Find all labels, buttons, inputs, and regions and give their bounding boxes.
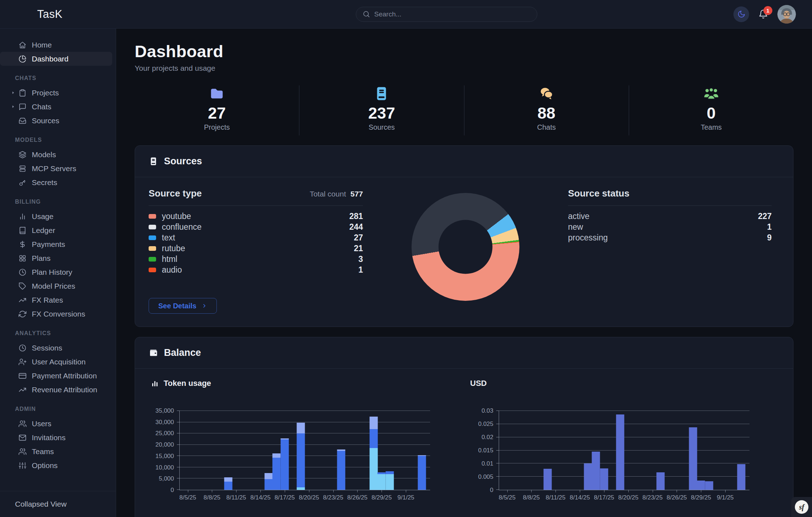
sidebar-item-label: FX Rates [32,296,63,304]
status-count: 227 [758,212,772,221]
x-tick-mark [580,490,580,492]
balance-card-title: Balance [164,347,201,358]
source-type-count: 281 [349,212,363,221]
x-tick-mark [212,490,212,492]
sidebar-item-label: Users [32,419,51,428]
total-count-value: 577 [350,190,363,198]
bar-8/10/25 [224,411,232,490]
notifications-button[interactable]: 1 [758,9,768,19]
bar-8/30/25 [705,411,713,490]
symfony-profiler-badge[interactable]: sf [795,500,808,514]
main-content: Dashboard Your projects and usage 27Proj… [116,29,812,517]
bar-8/16/25 [592,411,600,490]
notification-badge: 1 [763,6,772,15]
sidebar-item-fx-conversions[interactable]: FX Conversions [0,307,112,321]
status-name: new [568,222,583,232]
usd-chart-panel: USD 00.0050.010.0150.020.0250.03 8/5/258… [470,379,789,490]
caret-right-icon [11,90,15,95]
source-status-row-new: new1 [568,222,772,232]
sidebar-item-home[interactable]: Home [0,38,112,52]
y-tick-mark [496,450,499,451]
x-tick-mark [531,490,532,492]
sidebar-item-dashboard[interactable]: Dashboard [0,52,112,66]
tag-icon [19,282,26,290]
bar-segment [369,429,378,448]
bar-segment [689,427,697,490]
stat-label: Teams [701,123,722,131]
y-axis-tick-label: 0.015 [478,447,493,454]
bar-segment [543,469,552,490]
theme-toggle-button[interactable] [733,6,749,22]
sidebar-item-plans[interactable]: Plans [0,251,112,265]
x-axis-tick-label: 8/17/25 [594,494,614,501]
x-tick-mark [556,490,556,492]
bar-segment [280,439,289,490]
x-axis-tick-label: 8/8/25 [523,494,540,501]
sidebar-item-payment-attribution[interactable]: Payment Attribution [0,369,112,383]
source-type-name: audio [162,265,182,275]
sidebar-item-label: Invitations [32,433,66,442]
sidebar-item-plan-history[interactable]: Plan History [0,265,112,279]
sidebar-item-ledger[interactable]: Ledger [0,223,112,237]
user-plus-icon [19,358,26,366]
sidebar-item-user-acquisition[interactable]: User Acquisition [0,355,112,369]
user-avatar[interactable] [777,5,796,24]
balance-card: Balance Token usage 05,00010,00015,00020… [135,337,793,517]
refresh-icon [19,310,26,318]
legend-swatch [149,246,156,251]
sidebar-item-invitations[interactable]: Invitations [0,431,112,444]
message-icon [19,103,26,111]
sidebar-item-projects[interactable]: Projects [0,86,112,100]
bar-8/24/25 [657,411,665,490]
y-axis-tick-label: 0.01 [482,460,493,467]
status-count: 1 [767,222,772,232]
sidebar-item-model-prices[interactable]: Model Prices [0,279,112,293]
stat-teams: 0Teams [629,85,793,135]
y-tick-mark [496,463,499,463]
y-tick-mark [496,489,499,490]
x-tick-mark [236,490,236,492]
stat-value: 237 [368,104,395,123]
stat-chats: 88Chats [464,85,629,135]
sidebar-item-mcp-servers[interactable]: MCP Servers [0,161,112,175]
token-usage-chart-panel: Token usage 05,00010,00015,00020,00025,0… [151,379,470,490]
stat-sources: 237Sources [299,85,464,135]
sidebar-item-users[interactable]: Users [0,417,112,431]
bar-8/28/25 [689,411,697,490]
x-axis-tick-label: 8/23/25 [642,494,663,501]
search-bar[interactable] [356,7,537,22]
sidebar-item-chats[interactable]: Chats [0,100,112,114]
sliders-icon [19,462,26,469]
sidebar-item-label: Plans [32,254,51,263]
sidebar-item-fx-rates[interactable]: FX Rates [0,293,112,307]
stats-row: 27Projects237Sources88Chats0Teams [135,85,793,135]
status-name: processing [568,233,608,243]
sidebar-item-label: Usage [32,212,54,221]
source-type-row-confluence: confluence244 [149,222,363,232]
y-axis-tick-label: 35,000 [155,407,174,414]
see-details-button[interactable]: See Details [149,298,217,314]
bar-8/10/25 [543,411,552,490]
topbar-actions: 1 [733,5,796,24]
app-logo[interactable]: TasK [16,6,109,22]
clock-icon [19,268,26,276]
sidebar-item-payments[interactable]: Payments [0,237,112,251]
sidebar-item-usage[interactable]: Usage [0,209,112,223]
x-tick-mark [507,490,508,492]
sidebar-item-sources[interactable]: Sources [0,114,112,128]
x-tick-mark [725,490,726,492]
bar-segment [378,474,386,490]
sidebar-item-revenue-attribution[interactable]: Revenue Attribution [0,383,112,397]
sidebar-item-label: Home [32,41,52,49]
bar-segment [297,433,305,487]
sidebar-item-secrets[interactable]: Secrets [0,175,112,189]
sidebar-item-options[interactable]: Options [0,458,112,472]
app-name: TasK [37,8,63,21]
sidebar-item-models[interactable]: Models [0,148,112,161]
sidebar-item-sessions[interactable]: Sessions [0,341,112,355]
collapse-sidebar-button[interactable]: Collapsed View [0,491,116,517]
bar-8/29/25 [697,411,705,490]
sidebar-item-teams[interactable]: Teams [0,444,112,458]
search-input[interactable] [374,10,530,18]
source-type-name: html [162,254,177,264]
